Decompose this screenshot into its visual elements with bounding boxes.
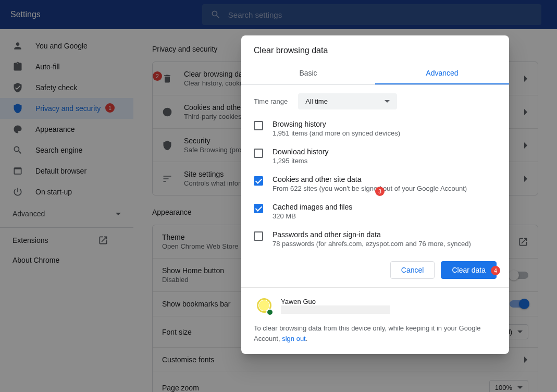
dialog-title: Clear browsing data	[241, 35, 509, 63]
check-title: Cached images and files	[273, 203, 352, 211]
time-range-label: Time range	[254, 97, 288, 105]
check-title: Browsing history	[273, 120, 400, 128]
checkbox[interactable]	[254, 176, 263, 186]
check-browsing-history[interactable]: Browsing history1,951 items (and more on…	[241, 115, 506, 142]
dialog-body: Time range All time Browsing history1,95…	[241, 85, 509, 251]
account-note: To clear browsing data from this device …	[254, 323, 497, 344]
checkbox[interactable]	[254, 231, 263, 241]
check-passwords[interactable]: Passwords and other sign-in data78 passw…	[241, 225, 506, 251]
avatar	[254, 295, 275, 316]
tab-basic[interactable]: Basic	[241, 63, 375, 84]
check-subtitle: 1,295 items	[273, 157, 328, 165]
annotation-4: 4	[491, 266, 500, 275]
cancel-button[interactable]: Cancel	[390, 261, 435, 279]
check-cookies[interactable]: Cookies and other site dataFrom 622 site…	[241, 170, 506, 198]
time-range-select[interactable]: All time	[298, 93, 397, 109]
check-subtitle: 1,951 items (and more on synced devices)	[273, 129, 400, 137]
dialog-buttons: Cancel Clear data 4	[241, 251, 509, 288]
check-title: Cookies and other site data	[273, 175, 467, 183]
dialog-tabs: Basic Advanced	[241, 63, 509, 85]
check-subtitle: From 622 sites (you won't be signed out …	[273, 185, 467, 192]
check-title: Passwords and other sign-in data	[273, 230, 471, 239]
account-name: Yawen Guo	[281, 298, 390, 305]
check-title: Download history	[273, 148, 328, 156]
time-range-value: All time	[305, 97, 328, 105]
checkbox[interactable]	[254, 149, 263, 158]
account-email-redacted	[281, 305, 390, 314]
checkbox[interactable]	[254, 204, 263, 213]
tab-advanced[interactable]: Advanced	[375, 63, 509, 84]
clear-browsing-data-dialog: Clear browsing data Basic Advanced Time …	[241, 35, 509, 354]
checkbox[interactable]	[254, 121, 263, 130]
sign-out-link[interactable]: sign out	[282, 335, 306, 342]
account-section: Yawen Guo To clear browsing data from th…	[241, 288, 509, 354]
check-download-history[interactable]: Download history1,295 items	[241, 142, 506, 170]
check-cached[interactable]: Cached images and files320 MB	[241, 198, 506, 225]
clear-data-button[interactable]: Clear data 4	[441, 261, 497, 279]
sync-badge-icon	[266, 309, 274, 316]
check-subtitle: 320 MB	[273, 212, 352, 220]
chevron-down-icon	[385, 100, 390, 103]
check-subtitle: 78 passwords (for ahrefs.com, ezyspot.co…	[273, 240, 471, 248]
clear-data-label: Clear data	[452, 266, 486, 274]
annotation-3: 3	[375, 187, 385, 196]
